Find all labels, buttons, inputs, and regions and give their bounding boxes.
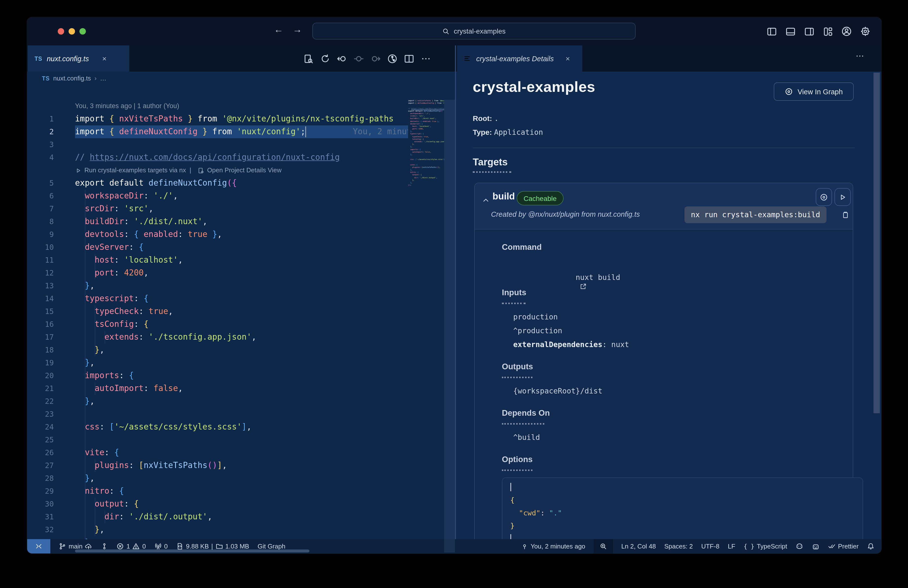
back-button[interactable]: ← — [274, 24, 283, 35]
next-change-icon[interactable] — [367, 53, 384, 63]
code-line[interactable]: 11 host: 'localhost', — [27, 254, 455, 267]
commits[interactable] — [101, 543, 108, 550]
copilot[interactable] — [795, 542, 803, 550]
code-line[interactable]: 19 }, — [27, 356, 455, 369]
nx-run-command-chip[interactable]: nx run crystal-examples:build — [684, 206, 827, 223]
encoding[interactable]: UTF-8 — [701, 543, 720, 550]
code-line[interactable]: 9 devtools: { enabled: true }, — [27, 228, 455, 241]
account-icon[interactable] — [841, 26, 852, 37]
refresh-icon[interactable] — [317, 53, 333, 63]
problems[interactable]: 10 — [116, 543, 146, 550]
code-line[interactable]: 7 srcDir: 'src', — [27, 202, 455, 215]
blame-status[interactable]: You, 2 minutes ago — [521, 543, 585, 550]
remote-indicator[interactable] — [27, 539, 50, 553]
panel-bottom-icon[interactable] — [785, 26, 795, 37]
more-icon[interactable] — [417, 53, 434, 63]
editor-group-right: crystal-examples Details × ⋯ crystal-exa… — [456, 45, 881, 539]
indentation[interactable]: Spaces: 2 — [664, 543, 693, 550]
code-line[interactable]: 21 autoImport: false, — [27, 382, 455, 395]
split-editor-icon[interactable] — [401, 53, 417, 63]
code-line[interactable]: 31 dir: './dist/.output', — [27, 511, 455, 524]
minimap[interactable]: import { nxViteTsPaths } from '@nx/vite/… — [408, 100, 444, 287]
code-line[interactable]: 28 }, — [27, 472, 455, 485]
editor-vertical-scrollbar[interactable] — [444, 100, 455, 553]
editor-horizontal-scrollbar[interactable] — [75, 549, 309, 553]
ports[interactable]: 0 — [154, 543, 167, 550]
code-line[interactable]: 10 devServer: { — [27, 241, 455, 254]
view-in-graph-button[interactable]: View In Graph — [774, 82, 854, 101]
prev-change-icon[interactable] — [333, 53, 350, 63]
notifications[interactable] — [867, 543, 874, 550]
panel-right-icon[interactable] — [804, 26, 814, 37]
preview-icon[interactable] — [300, 53, 317, 63]
view-target-in-graph-button[interactable] — [816, 188, 832, 206]
code-editor[interactable]: You, 3 minutes ago | 1 author (You)1impo… — [27, 100, 455, 553]
code-line[interactable]: 5export default defineNuxtConfig({ — [27, 177, 455, 190]
code-line[interactable]: 26 vite: { — [27, 446, 455, 459]
code-line[interactable]: 1import { nxViteTsPaths } from '@nx/vite… — [27, 113, 455, 126]
prettier[interactable]: Prettier — [828, 543, 859, 550]
code-line[interactable]: 4// https://nuxt.com/docs/api/configurat… — [27, 151, 455, 164]
code-line[interactable]: 14 typescript: { — [27, 292, 455, 305]
run-target-button[interactable] — [834, 188, 851, 206]
tab-project-details[interactable]: crystal-examples Details × — [457, 45, 582, 72]
outputs-underline — [502, 377, 533, 378]
minimize-traffic-light[interactable] — [69, 28, 75, 35]
bell-icon — [867, 543, 874, 550]
code-line[interactable]: 23 — [27, 408, 455, 420]
panel-left-icon[interactable] — [766, 26, 777, 37]
maximize-traffic-light[interactable] — [79, 28, 86, 35]
code-line[interactable]: 12 port: 4200, — [27, 267, 455, 279]
codelens[interactable]: Run crystal-examples targets via nx | Op… — [27, 164, 455, 177]
more-actions-icon[interactable]: ⋯ — [856, 51, 865, 61]
breadcrumb[interactable]: TS nuxt.config.ts › … — [27, 72, 455, 85]
panel-scrollbar[interactable] — [873, 72, 880, 539]
command-value[interactable]: nuxt build — [513, 264, 620, 300]
external-link-icon[interactable] — [580, 283, 587, 290]
code-line[interactable]: 18 }, — [27, 344, 455, 356]
layout-icon[interactable] — [823, 26, 833, 37]
close-traffic-light[interactable] — [58, 28, 64, 35]
chevron-up-icon[interactable] — [481, 196, 490, 205]
zoom-status[interactable] — [594, 539, 613, 553]
blame-annotation: You, 3 minutes ago | 1 author (You) — [27, 100, 455, 113]
cursor-position[interactable]: Ln 2, Col 48 — [621, 543, 656, 550]
options-code-block[interactable]: { "cwd": "."} — [502, 477, 863, 539]
code-line[interactable]: 3 — [27, 138, 455, 151]
tab-nuxt-config[interactable]: TS nuxt.config.ts × — [27, 45, 129, 72]
code-line[interactable]: 22 }, — [27, 395, 455, 408]
language-mode[interactable]: { }TypeScript — [744, 543, 787, 550]
code-line[interactable]: 25 — [27, 433, 455, 446]
tab-close-icon[interactable]: × — [102, 54, 106, 63]
command-center-search[interactable]: crystal-examples — [312, 23, 636, 40]
file-size-label: | — [211, 543, 213, 550]
code-line[interactable]: 24 css: ['~/assets/css/styles.scss'], — [27, 420, 455, 433]
code-line[interactable]: 27 plugins: [nxViteTsPaths()], — [27, 459, 455, 472]
code-line[interactable]: 6 workspaceDir: './', — [27, 190, 455, 202]
git-branch[interactable]: main — [59, 543, 92, 550]
breadcrumb-file[interactable]: nuxt.config.ts — [53, 74, 91, 82]
target-card-header[interactable]: build Cacheable Created by @nx/nuxt/plug… — [475, 183, 853, 230]
change-icon[interactable] — [350, 53, 367, 63]
eol[interactable]: LF — [728, 543, 735, 550]
forward-button[interactable]: → — [293, 24, 302, 35]
timeline-icon[interactable] — [384, 53, 401, 63]
code-line[interactable]: 17 extends: './tsconfig.app.json', — [27, 331, 455, 344]
code-line[interactable]: 2import { defineNuxtConfig } from 'nuxt/… — [27, 126, 455, 138]
breadcrumb-symbol[interactable]: … — [100, 74, 106, 82]
code-line[interactable]: 30 output: { — [27, 498, 455, 511]
git-graph[interactable]: Git Graph — [258, 543, 285, 550]
code-line[interactable]: 20 imports: { — [27, 369, 455, 382]
code-line[interactable]: 15 typeCheck: true, — [27, 305, 455, 318]
code-line[interactable]: 13 }, — [27, 279, 455, 292]
code-line[interactable]: 16 tsConfig: { — [27, 318, 455, 331]
file-size[interactable]: 9.88 KB|1.03 MB — [176, 543, 249, 550]
code-line[interactable]: 32 }, — [27, 524, 455, 536]
tab-close-icon[interactable]: × — [565, 54, 570, 63]
extension-robot[interactable] — [812, 542, 819, 550]
copy-icon[interactable] — [841, 210, 849, 219]
git-branch-label: main — [69, 543, 82, 550]
code-line[interactable]: 8 buildDir: './dist/.nuxt', — [27, 215, 455, 228]
code-line[interactable]: 29 nitro: { — [27, 485, 455, 498]
settings-icon[interactable] — [860, 26, 871, 37]
